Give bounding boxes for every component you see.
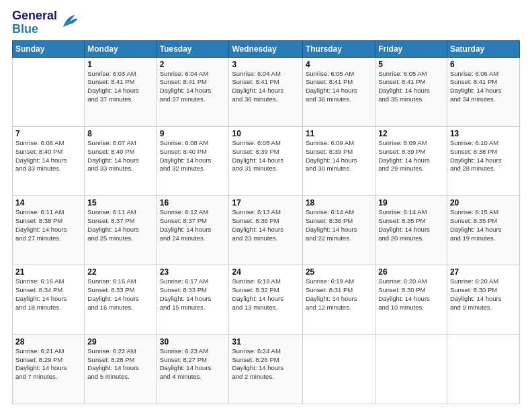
day-info: Sunrise: 6:09 AM Sunset: 8:39 PM Dayligh… xyxy=(306,139,372,173)
day-number: 3 xyxy=(232,60,299,69)
day-number: 23 xyxy=(160,267,226,277)
day-info: Sunrise: 6:16 AM Sunset: 8:33 PM Dayligh… xyxy=(87,277,153,312)
day-info: Sunrise: 6:07 AM Sunset: 8:40 PM Dayligh… xyxy=(87,139,153,173)
week-row-3: 14Sunrise: 6:11 AM Sunset: 8:38 PM Dayli… xyxy=(13,196,520,265)
table-cell: 4Sunrise: 6:05 AM Sunset: 8:41 PM Daylig… xyxy=(302,57,375,126)
day-info: Sunrise: 6:06 AM Sunset: 8:40 PM Dayligh… xyxy=(15,139,81,173)
table-cell: 12Sunrise: 6:09 AM Sunset: 8:39 PM Dayli… xyxy=(375,126,447,195)
table-cell: 5Sunrise: 6:05 AM Sunset: 8:41 PM Daylig… xyxy=(375,57,447,126)
day-number: 20 xyxy=(450,198,517,208)
day-info: Sunrise: 6:08 AM Sunset: 8:40 PM Dayligh… xyxy=(160,139,226,173)
day-number: 2 xyxy=(160,60,226,69)
table-cell: 27Sunrise: 6:20 AM Sunset: 8:30 PM Dayli… xyxy=(447,265,519,334)
table-cell: 2Sunrise: 6:04 AM Sunset: 8:41 PM Daylig… xyxy=(157,57,229,126)
table-cell: 19Sunrise: 6:14 AM Sunset: 8:35 PM Dayli… xyxy=(375,196,447,265)
day-number: 13 xyxy=(450,129,517,138)
table-cell: 18Sunrise: 6:14 AM Sunset: 8:36 PM Dayli… xyxy=(302,196,375,265)
table-cell: 9Sunrise: 6:08 AM Sunset: 8:40 PM Daylig… xyxy=(157,126,229,195)
table-cell xyxy=(13,57,85,126)
week-row-1: 1Sunrise: 6:03 AM Sunset: 8:41 PM Daylig… xyxy=(13,57,520,126)
day-number: 21 xyxy=(15,267,81,277)
calendar-table: SundayMondayTuesdayWednesdayThursdayFrid… xyxy=(12,40,520,404)
table-cell: 10Sunrise: 6:08 AM Sunset: 8:39 PM Dayli… xyxy=(229,126,302,195)
day-number: 6 xyxy=(450,60,517,69)
day-info: Sunrise: 6:06 AM Sunset: 8:41 PM Dayligh… xyxy=(450,70,517,104)
table-cell: 14Sunrise: 6:11 AM Sunset: 8:38 PM Dayli… xyxy=(13,196,85,265)
day-number: 30 xyxy=(160,337,226,347)
day-info: Sunrise: 6:19 AM Sunset: 8:31 PM Dayligh… xyxy=(306,277,372,312)
weekday-thursday: Thursday xyxy=(302,40,375,57)
day-number: 28 xyxy=(15,337,81,347)
day-info: Sunrise: 6:24 AM Sunset: 8:26 PM Dayligh… xyxy=(232,347,299,381)
day-number: 14 xyxy=(15,198,81,208)
day-info: Sunrise: 6:08 AM Sunset: 8:39 PM Dayligh… xyxy=(232,139,299,173)
weekday-tuesday: Tuesday xyxy=(157,40,229,57)
day-number: 26 xyxy=(378,267,444,277)
weekday-wednesday: Wednesday xyxy=(229,40,302,57)
day-info: Sunrise: 6:05 AM Sunset: 8:41 PM Dayligh… xyxy=(378,70,444,104)
day-number: 1 xyxy=(87,60,153,69)
weekday-friday: Friday xyxy=(375,40,447,57)
day-info: Sunrise: 6:21 AM Sunset: 8:29 PM Dayligh… xyxy=(15,347,81,381)
day-number: 9 xyxy=(160,129,226,138)
table-cell: 7Sunrise: 6:06 AM Sunset: 8:40 PM Daylig… xyxy=(13,126,85,195)
day-info: Sunrise: 6:15 AM Sunset: 8:35 PM Dayligh… xyxy=(450,208,517,242)
day-number: 5 xyxy=(378,60,444,69)
day-number: 17 xyxy=(232,198,299,208)
day-info: Sunrise: 6:14 AM Sunset: 8:35 PM Dayligh… xyxy=(378,208,444,242)
weekday-saturday: Saturday xyxy=(447,40,519,57)
day-number: 24 xyxy=(232,267,299,277)
day-number: 19 xyxy=(378,198,444,208)
day-number: 16 xyxy=(160,198,226,208)
page: General Blue SundayMondayTuesdayWednesda… xyxy=(0,0,532,411)
day-number: 22 xyxy=(87,267,153,277)
day-info: Sunrise: 6:11 AM Sunset: 8:37 PM Dayligh… xyxy=(87,208,153,242)
table-cell: 22Sunrise: 6:16 AM Sunset: 8:33 PM Dayli… xyxy=(85,265,157,334)
weekday-monday: Monday xyxy=(85,40,157,57)
table-cell: 28Sunrise: 6:21 AM Sunset: 8:29 PM Dayli… xyxy=(13,334,85,404)
day-info: Sunrise: 6:22 AM Sunset: 8:28 PM Dayligh… xyxy=(87,347,153,381)
table-cell: 31Sunrise: 6:24 AM Sunset: 8:26 PM Dayli… xyxy=(229,334,302,404)
day-info: Sunrise: 6:16 AM Sunset: 8:34 PM Dayligh… xyxy=(15,277,81,312)
day-number: 18 xyxy=(306,198,372,208)
day-info: Sunrise: 6:20 AM Sunset: 8:30 PM Dayligh… xyxy=(378,277,444,312)
day-info: Sunrise: 6:18 AM Sunset: 8:32 PM Dayligh… xyxy=(232,277,299,312)
day-info: Sunrise: 6:20 AM Sunset: 8:30 PM Dayligh… xyxy=(450,277,517,312)
week-row-5: 28Sunrise: 6:21 AM Sunset: 8:29 PM Dayli… xyxy=(13,334,520,404)
day-number: 8 xyxy=(87,129,153,138)
day-info: Sunrise: 6:04 AM Sunset: 8:41 PM Dayligh… xyxy=(160,70,226,104)
day-number: 31 xyxy=(232,337,299,347)
week-row-2: 7Sunrise: 6:06 AM Sunset: 8:40 PM Daylig… xyxy=(13,126,520,195)
day-info: Sunrise: 6:17 AM Sunset: 8:33 PM Dayligh… xyxy=(160,277,226,312)
table-cell: 3Sunrise: 6:04 AM Sunset: 8:41 PM Daylig… xyxy=(229,57,302,126)
day-info: Sunrise: 6:09 AM Sunset: 8:39 PM Dayligh… xyxy=(378,139,444,173)
table-cell: 30Sunrise: 6:23 AM Sunset: 8:27 PM Dayli… xyxy=(157,334,229,404)
table-cell: 24Sunrise: 6:18 AM Sunset: 8:32 PM Dayli… xyxy=(229,265,302,334)
table-cell: 15Sunrise: 6:11 AM Sunset: 8:37 PM Dayli… xyxy=(85,196,157,265)
calendar-header-row: SundayMondayTuesdayWednesdayThursdayFrid… xyxy=(13,40,520,57)
table-cell: 17Sunrise: 6:13 AM Sunset: 8:36 PM Dayli… xyxy=(229,196,302,265)
table-cell: 1Sunrise: 6:03 AM Sunset: 8:41 PM Daylig… xyxy=(85,57,157,126)
day-number: 29 xyxy=(87,337,153,347)
table-cell: 21Sunrise: 6:16 AM Sunset: 8:34 PM Dayli… xyxy=(13,265,85,334)
table-cell xyxy=(375,334,447,404)
table-cell: 25Sunrise: 6:19 AM Sunset: 8:31 PM Dayli… xyxy=(302,265,375,334)
day-info: Sunrise: 6:10 AM Sunset: 8:38 PM Dayligh… xyxy=(450,139,517,173)
day-number: 4 xyxy=(306,60,372,69)
day-info: Sunrise: 6:14 AM Sunset: 8:36 PM Dayligh… xyxy=(306,208,372,242)
day-info: Sunrise: 6:11 AM Sunset: 8:38 PM Dayligh… xyxy=(15,208,81,242)
day-number: 7 xyxy=(15,129,81,138)
day-number: 10 xyxy=(232,129,299,138)
day-info: Sunrise: 6:23 AM Sunset: 8:27 PM Dayligh… xyxy=(160,347,226,381)
table-cell: 8Sunrise: 6:07 AM Sunset: 8:40 PM Daylig… xyxy=(85,126,157,195)
logo-text: General Blue xyxy=(12,9,57,36)
day-number: 25 xyxy=(306,267,372,277)
day-info: Sunrise: 6:12 AM Sunset: 8:37 PM Dayligh… xyxy=(160,208,226,242)
header: General Blue xyxy=(12,7,520,36)
table-cell: 26Sunrise: 6:20 AM Sunset: 8:30 PM Dayli… xyxy=(375,265,447,334)
week-row-4: 21Sunrise: 6:16 AM Sunset: 8:34 PM Dayli… xyxy=(13,265,520,334)
logo-bird-icon xyxy=(59,11,81,32)
table-cell xyxy=(302,334,375,404)
day-number: 27 xyxy=(450,267,517,277)
day-info: Sunrise: 6:05 AM Sunset: 8:41 PM Dayligh… xyxy=(306,70,372,104)
